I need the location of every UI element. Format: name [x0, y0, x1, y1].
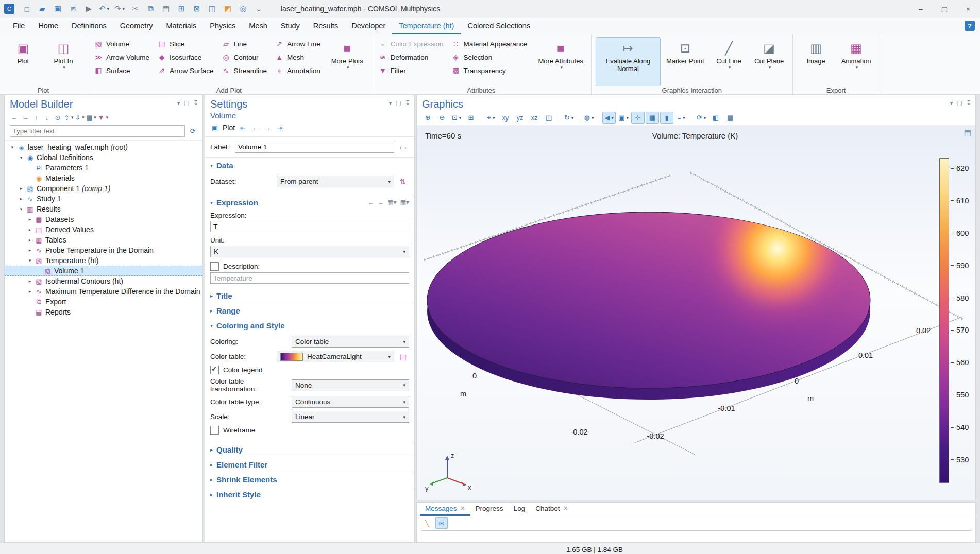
panel-menu-icon[interactable]: ▾: [177, 99, 180, 107]
section-expression[interactable]: ▾ Expression ← → ▦▾ ▦▾: [205, 195, 414, 210]
tree-row[interactable]: ▸ ▧ Component 1 (comp 1): [5, 183, 202, 194]
plot-tools-icon[interactable]: ▤: [964, 128, 971, 137]
tree-row[interactable]: ▸ ∿ Maximum Temperature Difference in th…: [5, 286, 202, 297]
color-legend-icon[interactable]: ▮ ▾: [660, 112, 673, 124]
expand-icon[interactable]: ▸: [26, 237, 33, 243]
ribbon-item[interactable]: ▩ Transparency: [449, 64, 530, 77]
zoom-out-icon[interactable]: ⊖ ▾: [435, 112, 449, 124]
expand-icon[interactable]: ▸: [26, 279, 33, 284]
minimize-button[interactable]: –: [909, 0, 933, 18]
ribbon-item[interactable]: ∿ Streamline: [219, 64, 269, 77]
view-xz-icon[interactable]: xz ▾: [528, 112, 541, 124]
section-data[interactable]: ▾ Data: [205, 158, 414, 172]
messages-content[interactable]: [421, 530, 971, 540]
bottom-tab[interactable]: Log ✕: [509, 503, 531, 516]
tree-row[interactable]: ⧉ Export: [5, 297, 202, 307]
last-plot-icon[interactable]: ⇥: [275, 123, 284, 133]
ribbon-item[interactable]: ⌖ Annotation: [272, 64, 323, 77]
ribbon-tab[interactable]: Developer: [345, 18, 392, 34]
previous-expression-icon[interactable]: ←: [368, 199, 374, 206]
add-color-table-icon[interactable]: ▤: [397, 351, 409, 362]
ribbon-item[interactable]: ◧ Surface: [91, 64, 151, 77]
ribbon-big-button[interactable]: ⊡ Marker Point ▾: [663, 37, 708, 86]
tree-row[interactable]: ▾ ▥ Results: [5, 204, 202, 214]
new-file-icon[interactable]: □ ▾: [20, 2, 34, 15]
color-legend-checkbox[interactable]: [210, 366, 219, 374]
close-button[interactable]: ×: [956, 0, 980, 18]
ribbon-item[interactable]: ▧ Volume: [91, 37, 151, 50]
section-coloring-and-style[interactable]: ▾ Coloring and Style: [205, 318, 414, 333]
ribbon-item[interactable]: ⇗ Arrow Surface: [155, 64, 216, 77]
grid-icon[interactable]: ▦ ▾: [646, 112, 659, 124]
tree-row[interactable]: ▸ ∿ Study 1: [5, 194, 202, 204]
description-input[interactable]: [210, 272, 409, 284]
ribbon-tab[interactable]: Results: [307, 18, 345, 34]
add-expression-icon[interactable]: ▦▾: [400, 199, 409, 206]
bottom-tab[interactable]: Progress ✕: [470, 503, 509, 516]
ribbon-tab[interactable]: Definitions: [65, 18, 113, 34]
description-checkbox[interactable]: [210, 262, 219, 271]
tree-row[interactable]: ▸ ▦ Tables: [5, 235, 202, 245]
color-table-transformation-select[interactable]: None ▾: [292, 379, 409, 391]
view-yz-icon[interactable]: yz ▾: [513, 112, 527, 124]
first-plot-icon[interactable]: ⇤: [238, 123, 247, 133]
label-field[interactable]: [235, 142, 394, 153]
ribbon-item[interactable]: ▲ Mesh: [272, 50, 323, 64]
tree-row[interactable]: ▸ ▦ Datasets: [5, 214, 202, 224]
ribbon-tab[interactable]: Temperature (ht): [392, 18, 461, 34]
copy-icon[interactable]: ⧉ ▾: [143, 2, 158, 15]
plot-icon[interactable]: ▣: [210, 123, 219, 133]
ribbon-tab[interactable]: Home: [31, 18, 65, 34]
ribbon-big-button[interactable]: ◫ Plot In ▾: [44, 37, 82, 86]
save-as-icon[interactable]: ⧈ ▾: [66, 2, 80, 15]
ribbon-item[interactable]: ≫ Arrow Volume: [91, 50, 151, 64]
next-plot-icon[interactable]: →: [263, 123, 272, 133]
ribbon-item[interactable]: ◒ Color Expression: [376, 37, 446, 50]
expand-all-icon[interactable]: ⇩ ▾: [75, 112, 84, 123]
node-text-icon[interactable]: ▤ ▾: [86, 112, 96, 123]
scale-select[interactable]: Linear ▾: [292, 411, 409, 423]
find-icon[interactable]: ◎ ▾: [236, 2, 250, 15]
delete-icon[interactable]: ⊠ ▾: [190, 2, 204, 15]
move-up-icon[interactable]: ↑ ▾: [31, 112, 41, 123]
color-table-type-select[interactable]: Continuous ▾: [292, 396, 409, 408]
ribbon-item[interactable]: ↗ Arrow Line: [272, 37, 323, 50]
collapsed-section[interactable]: ▸ Element Filter: [205, 457, 414, 472]
lighting-icon[interactable]: ◀ ▾: [602, 112, 616, 124]
show-icon[interactable]: ⊙ ▾: [53, 112, 62, 123]
ribbon-item[interactable]: ▼ Filter: [376, 64, 446, 77]
filter-input[interactable]: [10, 125, 185, 137]
pin-panel-icon[interactable]: ↧: [193, 99, 198, 107]
collapsed-section[interactable]: ▸ Shrink Elements: [205, 472, 414, 487]
more-plots-button[interactable]: ■ More Plots ▾: [328, 37, 367, 86]
ribbon-tab[interactable]: Mesh: [242, 18, 274, 34]
ribbon-tab[interactable]: Physics: [203, 18, 242, 34]
expand-icon[interactable]: ▾: [18, 206, 25, 212]
back-icon[interactable]: ← ▾: [10, 112, 19, 123]
next-expression-icon[interactable]: →: [378, 199, 384, 206]
tree-row[interactable]: ▧ Volume 1: [5, 266, 202, 276]
tree-row[interactable]: ▸ ∿ Probe Temperature in the Domain: [5, 245, 202, 255]
save-icon[interactable]: ▣ ▾: [50, 2, 65, 15]
expand-icon[interactable]: ▾: [9, 145, 16, 150]
rotate-icon[interactable]: ↻ ▾: [562, 112, 576, 124]
expand-icon[interactable]: ▸: [26, 227, 33, 232]
tree-row[interactable]: ▸ ▤ Derived Values: [5, 224, 202, 235]
dataset-select[interactable]: From parent ▾: [277, 176, 394, 187]
collapsed-section[interactable]: ▸ Quality: [205, 442, 414, 457]
snapshot-icon[interactable]: ◧ ▾: [709, 112, 722, 124]
more-attributes-button[interactable]: ■ More Attributes ▾: [534, 37, 586, 86]
tree-row[interactable]: ▾ ◉ Global Definitions: [5, 152, 202, 163]
ribbon-item[interactable]: ◎ Contour: [219, 50, 269, 64]
float-panel-icon[interactable]: ▢: [957, 99, 962, 107]
collapse-all-icon[interactable]: ⇧ ▾: [64, 112, 73, 123]
ribbon-big-button[interactable]: ▥ Image ▾: [797, 37, 835, 86]
camera-projection-icon[interactable]: ◫ ▾: [542, 112, 555, 124]
bottom-tab[interactable]: Chatbot ✕: [530, 503, 573, 516]
float-panel-icon[interactable]: ▢: [184, 99, 190, 107]
ribbon-big-button[interactable]: ▣ Plot ▾: [4, 37, 42, 86]
collapsed-section[interactable]: ▸ Title: [205, 288, 414, 303]
collapsed-section[interactable]: ▸ Inherit Style: [205, 487, 414, 501]
run-icon[interactable]: ▶ ▾: [81, 2, 96, 15]
zoom-in-icon[interactable]: ⊕ ▾: [421, 112, 434, 124]
